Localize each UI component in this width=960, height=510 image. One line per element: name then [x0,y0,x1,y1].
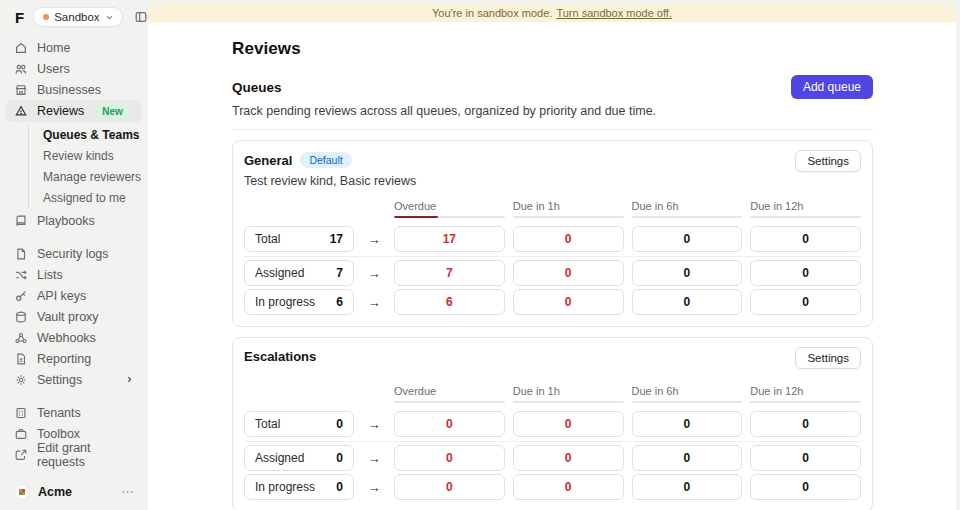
add-queue-button[interactable]: Add queue [791,75,873,99]
section-divider [232,129,873,130]
sub-item-label: Manage reviewers [43,170,141,184]
arrow-right-icon: → [362,474,386,500]
app-logo[interactable]: F [15,10,24,25]
sidebar-item-reporting[interactable]: Reporting [6,348,142,369]
value-overdue: 0 [394,411,505,437]
row-count: 6 [336,295,343,309]
briefcase-icon [14,427,28,441]
sidebar-top: F Sandbox [0,0,148,34]
file-icon [14,247,28,261]
stat-row-total: Total0 → 0 0 0 0 [244,411,861,437]
database-icon [14,310,28,324]
queue-card-escalations: Escalations Settings Overdue Due in 1h D… [232,337,873,510]
row-label: In progress [255,480,315,494]
column-bar [632,216,743,218]
sandbox-dot-icon [43,14,49,20]
gear-icon [14,373,28,387]
column-header-due-1h: Due in 1h [513,200,624,212]
sidebar-item-manage-reviewers[interactable]: Manage reviewers [29,166,142,187]
storefront-icon [14,83,28,97]
value-due-6h: 0 [632,260,743,286]
sub-item-label: Review kinds [43,149,114,163]
book-icon [14,214,28,228]
row-label: Total [255,232,280,246]
stat-rows: Total17 → 17 0 0 0 Assigned7 → 7 0 0 0 [244,226,861,315]
sidebar-item-queues-teams[interactable]: Queues & Teams [29,124,142,145]
sidebar-item-webhooks[interactable]: Webhooks [6,327,142,348]
queue-subtitle: Test review kind, Basic reviews [244,174,861,188]
external-link-icon [14,448,28,462]
value-due-1h: 0 [513,445,624,471]
value-overdue: 6 [394,289,505,315]
sidebar-item-tenants[interactable]: Tenants [6,402,142,423]
sidebar-item-playbooks[interactable]: Playbooks [6,210,142,231]
row-count: 7 [336,266,343,280]
value-due-12h: 0 [750,260,861,286]
sidebar-item-vault-proxy[interactable]: Vault proxy [6,306,142,327]
row-count: 0 [336,417,343,431]
sidebar-item-label: Webhooks [37,331,96,345]
sidebar-item-label: Reporting [37,352,91,366]
sidebar-item-label: Home [37,41,70,55]
column-headers: Overdue Due in 1h Due in 6h Due in 12h [244,200,861,218]
row-label: In progress [255,295,315,309]
sidebar-item-api-keys[interactable]: API keys [6,285,142,306]
page-title: Reviews [232,39,873,59]
sidebar-item-label: API keys [37,289,86,303]
turn-sandbox-off-link[interactable]: Turn sandbox mode off. [556,7,672,19]
value-due-12h: 0 [750,445,861,471]
row-label-box: In progress0 [244,474,354,500]
sidebar-item-label: Vault proxy [37,310,99,324]
org-name: Acme [38,485,72,499]
stat-row-in-progress: In progress6 → 6 0 0 0 [244,289,861,315]
column-bar [750,216,861,218]
sidebar-item-users[interactable]: Users [6,58,142,79]
sidebar-item-label: Security logs [37,247,109,261]
sidebar-collapse-button[interactable] [132,8,150,26]
queue-settings-button[interactable]: Settings [795,347,861,369]
column-header-overdue: Overdue [394,385,505,397]
card-header: Escalations Settings [244,347,861,369]
card-title-wrap: Escalations [244,347,316,364]
column-header-due-6h: Due in 6h [632,200,743,212]
alert-triangle-icon [14,104,28,118]
row-label: Assigned [255,451,304,465]
sidebar-item-edit-grant-requests[interactable]: Edit grant requests [6,444,142,465]
banner-text: You're in sandbox mode. [432,7,552,19]
file-text-icon [14,352,28,366]
queue-card-general: General Default Settings Test review kin… [232,140,873,327]
org-switcher[interactable]: Acme ⋯ [0,475,148,510]
value-due-6h: 0 [632,226,743,252]
row-label: Total [255,417,280,431]
sidebar-item-label: Lists [37,268,63,282]
sidebar-item-assigned-to-me[interactable]: Assigned to me [29,187,142,208]
sidebar-item-reviews[interactable]: Reviews New [6,100,142,122]
column-header-due-6h: Due in 6h [632,385,743,397]
stat-row-total: Total17 → 17 0 0 0 [244,226,861,252]
column-headers: Overdue Due in 1h Due in 6h Due in 12h [244,385,861,403]
chevron-right-icon [125,375,134,384]
value-due-6h: 0 [632,411,743,437]
sidebar-item-businesses[interactable]: Businesses [6,79,142,100]
sandbox-banner: You're in sandbox mode. Turn sandbox mod… [148,3,956,22]
sidebar-item-review-kinds[interactable]: Review kinds [29,145,142,166]
shuffle-icon [14,268,28,282]
column-header-overdue: Overdue [394,200,505,212]
queue-title: General [244,153,292,168]
sidebar-item-lists[interactable]: Lists [6,264,142,285]
nav-divider-gap [6,390,142,402]
sidebar-item-label: Businesses [37,83,101,97]
value-overdue: 0 [394,474,505,500]
arrow-right-icon: → [362,226,386,252]
queue-settings-button[interactable]: Settings [795,150,861,172]
sidebar-item-label: Users [37,62,70,76]
row-label-box: Total0 [244,411,354,437]
sidebar-item-label: Reviews [37,104,84,118]
main-panel: You're in sandbox mode. Turn sandbox mod… [148,3,956,510]
environment-switcher[interactable]: Sandbox [33,7,122,27]
sidebar-item-home[interactable]: Home [6,37,142,58]
sidebar-item-security-logs[interactable]: Security logs [6,243,142,264]
arrow-right-icon: → [362,260,386,286]
stat-rows: Total0 → 0 0 0 0 Assigned0 → 0 0 0 0 [244,411,861,500]
sidebar-item-settings[interactable]: Settings [6,369,142,390]
